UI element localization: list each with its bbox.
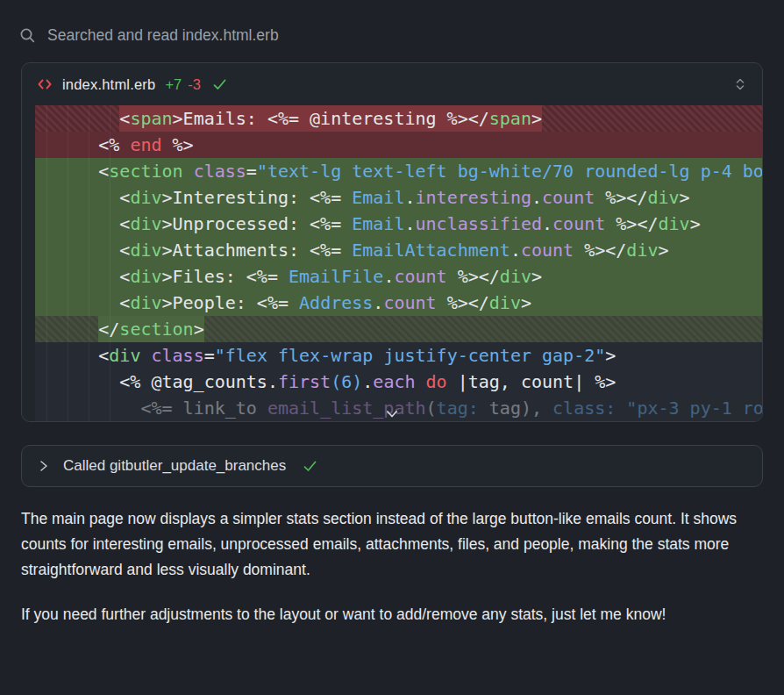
code-line: <div>People: <%= Address.count %></div>	[35, 290, 762, 316]
tool-status-row[interactable]: Searched and read index.html.erb	[19, 26, 784, 45]
code-line: <span>Emails: <%= @interesting %></span>	[35, 105, 762, 132]
code-file-icon	[37, 77, 53, 91]
file-name: index.html.erb	[62, 76, 155, 93]
deletions-count: -3	[188, 76, 201, 93]
code-line: <section class="text-lg text-left bg-whi…	[35, 158, 762, 184]
collapse-expand-icon[interactable]	[731, 74, 750, 95]
code-line: <% end %>	[35, 132, 762, 158]
assistant-paragraph: The main page now displays a simpler sta…	[21, 506, 765, 583]
diff-card: index.html.erb +7 -3 <span>Emails: <%= @…	[21, 62, 763, 422]
tool-status-label: Searched and read index.html.erb	[47, 26, 279, 45]
expand-more-chevron-down-icon[interactable]	[379, 407, 405, 421]
additions-count: +7	[165, 76, 182, 93]
search-icon	[19, 27, 36, 44]
diff-code: <span>Emails: <%= @interesting %></span>…	[22, 105, 762, 421]
code-line: <% @tag_counts.first(6).each do |tag, co…	[35, 369, 762, 395]
chevron-right-icon	[37, 459, 50, 473]
code-line: <div>Interesting: <%= Email.interesting.…	[35, 184, 762, 211]
code-line: </section>	[35, 316, 762, 342]
code-line: <div class="flex flex-wrap justify-cente…	[35, 342, 762, 369]
code-line: <div>Unprocessed: <%= Email.unclassified…	[35, 211, 762, 237]
success-check-icon	[212, 78, 227, 91]
diff-stats: +7 -3	[165, 76, 200, 93]
assistant-paragraph: If you need further adjustments to the l…	[21, 602, 765, 627]
diff-card-header[interactable]: index.html.erb +7 -3	[22, 63, 762, 105]
tool-call-row[interactable]: Called gitbutler_update_branches	[21, 445, 763, 487]
code-line: <div>Attachments: <%= EmailAttachment.co…	[35, 237, 762, 263]
tool-call-label: Called gitbutler_update_branches	[63, 457, 286, 475]
success-check-icon	[303, 460, 317, 473]
code-line: <div>Files: <%= EmailFile.count %></div>	[35, 263, 762, 290]
